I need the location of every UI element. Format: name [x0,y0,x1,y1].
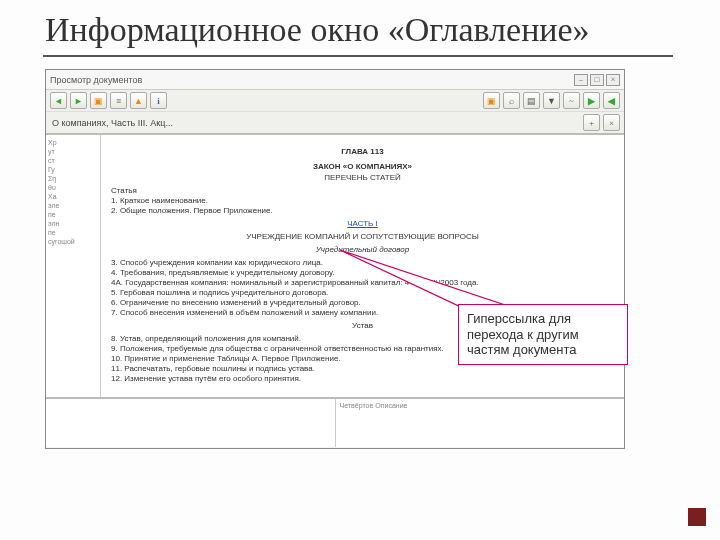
app-window: Просмотр документов – □ × ◄ ► ▣ ≡ ▲ i ▣ … [45,69,625,449]
doc-subtitle: ПЕРЕЧЕНЬ СТАТЕЙ [111,173,614,182]
callout-box: Гиперссылка для перехода к другим частям… [458,304,628,365]
nav-fwd-icon[interactable]: ► [70,92,87,109]
title-rule [43,55,673,57]
doc-line: 4. Требования, предъявляемые к учредител… [111,268,614,277]
sidebar-fragment: сугошой [48,238,98,245]
doc-line: 1. Краткое наименование. [111,196,614,205]
bottom-pane: Четвёртое Описание [46,397,624,447]
sidebar-fragment: элн [48,220,98,227]
doc-icon[interactable]: ▣ [483,92,500,109]
sidebar-fragment: пе [48,211,98,218]
window-titlebar: Просмотр документов – □ × [46,70,624,90]
page-icon[interactable]: ▤ [523,92,540,109]
go-icon[interactable]: ▶ [583,92,600,109]
exit-icon[interactable]: ◀ [603,92,620,109]
doc-chapter: ГЛАВА 113 [111,147,614,156]
wave-icon[interactable]: ~ [563,92,580,109]
doc-line: 2. Общие положения. Первое Приложение. [111,206,614,215]
window-caption: Просмотр документов [50,75,142,85]
slide-corner-accent [688,508,706,526]
sidebar: ХрутстГуΣηθυХаэлепеэлнпесугошой [46,135,101,397]
folder-icon[interactable]: ▣ [90,92,107,109]
lamp-icon[interactable]: ▲ [130,92,147,109]
book-icon[interactable]: ≡ [110,92,127,109]
minimize-button[interactable]: – [574,74,588,86]
sidebar-fragment: эле [48,202,98,209]
slide-title: Информационное окно «Оглавление» [45,10,680,49]
callout-text: Гиперссылка для перехода к другим частям… [467,311,579,357]
tab-close-icon[interactable]: × [603,114,620,131]
doc-line: 4А. Государственная компания: номинальны… [111,278,614,287]
maximize-button[interactable]: □ [590,74,604,86]
info-icon[interactable]: i [150,92,167,109]
toolbars: ◄ ► ▣ ≡ ▲ i ▣ ⌕ ▤ ▼ ~ ▶ ◀ О компаниях, Ч… [46,90,624,135]
sidebar-fragment: пе [48,229,98,236]
doc-line: 5. Гербовая пошлина и подпись учредитель… [111,288,614,297]
sidebar-fragment: ут [48,148,98,155]
toolbar-1: ◄ ► ▣ ≡ ▲ i ▣ ⌕ ▤ ▼ ~ ▶ ◀ [46,90,624,112]
sidebar-fragment: Ση [48,175,98,182]
window-controls: – □ × [574,74,620,86]
part-sub: Учредительный договор [111,245,614,254]
doc-line: 11. Распечатать, гербовые пошлины и подп… [111,364,614,373]
doc-line: 12. Изменение устава путём его особого п… [111,374,614,383]
tab-plus-icon[interactable]: + [583,114,600,131]
doc-line: Статья [111,186,614,195]
search-icon[interactable]: ⌕ [503,92,520,109]
nav-back-icon[interactable]: ◄ [50,92,67,109]
close-button[interactable]: × [606,74,620,86]
part-title: УЧРЕЖДЕНИЕ КОМПАНИЙ И СОПУТСТВУЮЩИЕ ВОПР… [111,232,614,241]
doc-line: 3. Способ учреждения компании как юридич… [111,258,614,267]
sidebar-fragment: ст [48,157,98,164]
part-link-line: ЧАСТЬ I [111,219,614,228]
tab-main[interactable]: О компаниях, Часть III. Акц... [52,118,173,128]
bottom-col-1 [46,399,336,447]
bottom-col-2: Четвёртое Описание [336,399,625,447]
sidebar-fragment: θυ [48,184,98,191]
filter-icon[interactable]: ▼ [543,92,560,109]
doc-title: ЗАКОН «О КОМПАНИЯХ» [111,162,614,171]
part-hyperlink[interactable]: ЧАСТЬ I [347,219,378,228]
sidebar-fragment: Гу [48,166,98,173]
sidebar-fragment: Хр [48,139,98,146]
tab-bar: О компаниях, Часть III. Акц... + × [46,112,624,134]
sidebar-fragment: Ха [48,193,98,200]
